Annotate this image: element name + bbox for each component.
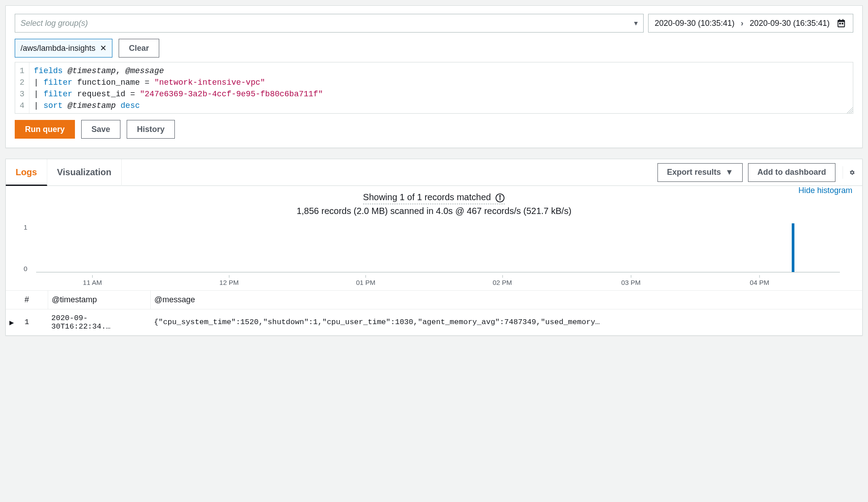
row-message: {"cpu_system_time":1520,"shutdown":1,"cp… [150, 313, 862, 331]
query-panel: ▼ 2020-09-30 (10:35:41) › 2020-09-30 (16… [5, 5, 863, 148]
run-query-button[interactable]: Run query [15, 120, 75, 139]
results-panel: Logs Visualization Export results ▼ Add … [5, 159, 863, 336]
y-axis: 1 0 [24, 223, 27, 272]
history-button[interactable]: History [127, 120, 175, 139]
add-to-dashboard-button[interactable]: Add to dashboard [748, 163, 835, 182]
summary-scanned: 1,856 records (2.0 MB) scanned in 4.0s @… [6, 206, 862, 216]
selected-tags-row: /aws/lambda-insights ✕ Clear [15, 39, 853, 58]
y-tick: 1 [24, 223, 27, 231]
chevron-down-icon: ▼ [725, 168, 733, 177]
row-index: 1 [21, 313, 48, 331]
resize-handle[interactable] [847, 107, 853, 113]
log-group-tag-label: /aws/lambda-insights [21, 44, 95, 53]
results-actions: Export results ▼ Add to dashboard [657, 163, 855, 182]
x-tick: 03 PM [621, 279, 641, 286]
results-tabs-bar: Logs Visualization Export results ▼ Add … [6, 159, 862, 186]
x-tick: 02 PM [492, 279, 512, 286]
line-number: 1 [20, 65, 25, 77]
log-group-select[interactable]: ▼ [15, 14, 644, 33]
row-timestamp: 2020-09-30T16:22:34.… [48, 309, 150, 335]
col-index: # [21, 291, 48, 309]
results-summary: Showing 1 of 1 records matched 1,856 rec… [6, 186, 862, 219]
results-tabs: Logs Visualization [6, 159, 122, 185]
histogram-bar [792, 223, 794, 272]
hide-histogram-link[interactable]: Hide histogram [798, 186, 852, 195]
save-button[interactable]: Save [81, 120, 120, 139]
line-number: 4 [20, 100, 25, 111]
query-topbar: ▼ 2020-09-30 (10:35:41) › 2020-09-30 (16… [15, 14, 853, 33]
col-message: @message [150, 291, 862, 309]
table-row[interactable]: ▶ 1 2020-09-30T16:22:34.… {"cpu_system_t… [6, 309, 862, 335]
log-group-tag: /aws/lambda-insights ✕ [15, 39, 112, 58]
export-results-button[interactable]: Export results ▼ [657, 163, 743, 182]
date-to: 2020-09-30 (16:35:41) [750, 19, 830, 28]
expand-row-icon[interactable]: ▶ [9, 318, 14, 327]
remove-tag-icon[interactable]: ✕ [100, 43, 107, 53]
query-actions: Run query Save History [15, 120, 853, 139]
histogram-plot [36, 223, 840, 272]
clear-button[interactable]: Clear [119, 39, 159, 58]
table-header: # @timestamp @message [6, 290, 862, 309]
x-tick: 12 PM [219, 279, 239, 286]
editor-code[interactable]: fields @timestamp, @message | filter fun… [29, 62, 853, 113]
y-tick: 0 [24, 265, 27, 272]
svg-point-2 [500, 195, 500, 196]
col-timestamp: @timestamp [48, 291, 150, 309]
x-tick: 11 AM [83, 279, 102, 286]
date-range-picker[interactable]: 2020-09-30 (10:35:41) › 2020-09-30 (16:3… [648, 14, 853, 33]
date-from: 2020-09-30 (10:35:41) [655, 19, 735, 28]
line-number: 2 [20, 77, 25, 88]
log-group-input[interactable] [15, 14, 644, 33]
settings-gear-icon[interactable] [843, 166, 855, 179]
histogram-chart: 1 0 11 AM 12 PM 01 PM 02 PM 03 PM 04 PM [6, 219, 862, 286]
line-number: 3 [20, 88, 25, 100]
info-icon[interactable] [495, 193, 505, 203]
tab-visualization[interactable]: Visualization [47, 159, 122, 186]
x-tick: 04 PM [750, 279, 769, 286]
query-editor[interactable]: 1 2 3 4 fields @timestamp, @message | fi… [15, 62, 853, 114]
x-tick: 01 PM [356, 279, 375, 286]
results-table: # @timestamp @message ▶ 1 2020-09-30T16:… [6, 290, 862, 335]
tab-logs[interactable]: Logs [6, 159, 47, 186]
calendar-icon [836, 18, 847, 29]
arrow-right-icon: › [741, 19, 744, 28]
summary-matched: Showing 1 of 1 records matched [363, 192, 491, 202]
summary-wrap: Hide histogram Showing 1 of 1 records ma… [6, 186, 862, 219]
editor-gutter: 1 2 3 4 [15, 62, 29, 113]
